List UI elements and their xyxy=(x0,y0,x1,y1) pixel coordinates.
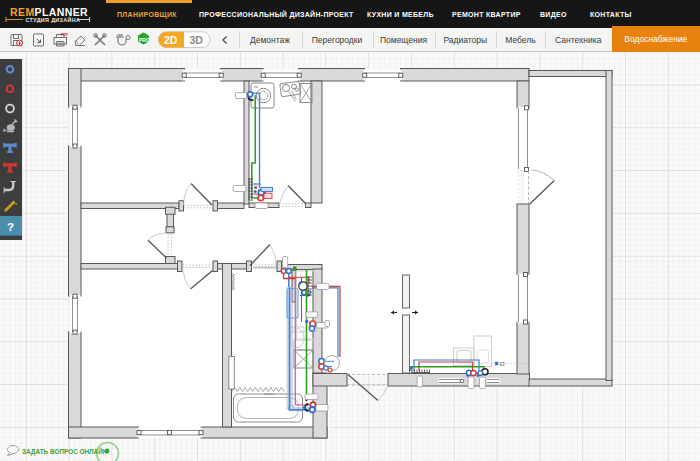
svg-text:?: ? xyxy=(7,221,14,233)
svg-text:3D: 3D xyxy=(190,34,204,46)
svg-text:2D: 2D xyxy=(164,34,178,46)
svg-text:К3: К3 xyxy=(500,362,506,367)
svg-text:ЗАДАТЬ ВОПРОС ОНЛАЙН: ЗАДАТЬ ВОПРОС ОНЛАЙН xyxy=(22,447,108,456)
svg-text:нв: нв xyxy=(254,85,258,89)
svg-text:PRO: PRO xyxy=(139,38,150,43)
svg-text:СТУДИЯ ДИЗАЙНА: СТУДИЯ ДИЗАЙНА xyxy=(26,16,81,23)
svg-text:PDF: PDF xyxy=(61,33,69,37)
